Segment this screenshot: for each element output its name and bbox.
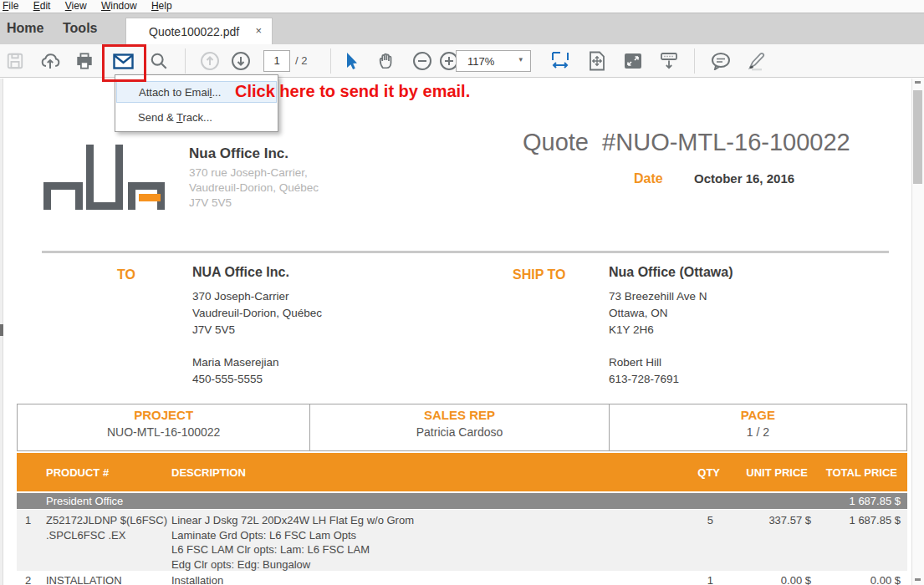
col-description: DESCRIPTION bbox=[171, 466, 246, 479]
menu-edit[interactable]: Edit bbox=[33, 0, 51, 12]
group-name: President Office bbox=[46, 495, 123, 507]
table-row: 2 INSTALLATION Installation 1 0.00 $ 0.0… bbox=[17, 571, 907, 585]
group-row: President Office 1 687.85 $ bbox=[17, 493, 907, 509]
fit-width-icon bbox=[550, 51, 570, 71]
hand-tool-button[interactable] bbox=[375, 50, 397, 72]
menu-window[interactable]: Window bbox=[101, 0, 137, 12]
hand-icon bbox=[377, 52, 396, 70]
tab-bar: Home Tools Quote100022.pdf × bbox=[0, 13, 924, 44]
row-unit-price: 337.57 $ bbox=[727, 513, 811, 528]
sales-rep-cell: SALES REP Patricia Cardoso bbox=[309, 404, 608, 450]
table-row: 1 Z52172JLDNP $(L6FSC) .SPCL6FSC .EX Lin… bbox=[17, 510, 907, 571]
section-divider bbox=[42, 251, 889, 253]
fullscreen-icon bbox=[624, 53, 642, 69]
project-cell: PROJECT NUO-MTL-16-100022 bbox=[18, 404, 309, 450]
date-value: October 16, 2016 bbox=[694, 171, 794, 186]
zoom-out-button[interactable] bbox=[411, 50, 433, 72]
chevron-down-icon: ▾ bbox=[518, 55, 523, 64]
toolbar-divider bbox=[185, 48, 186, 74]
ship-to-address: 73 Breezehill Ave N Ottawa, ON K1Y 2H6 bbox=[609, 288, 707, 338]
nua-logo-n bbox=[43, 182, 83, 210]
zoom-level-select[interactable]: 117% ▾ bbox=[456, 50, 531, 72]
toolbar-divider bbox=[694, 48, 695, 74]
search-button[interactable] bbox=[148, 50, 170, 72]
scroll-mode-button[interactable] bbox=[658, 50, 680, 72]
row-total-price: 1 687.85 $ bbox=[817, 513, 901, 528]
items-table-header: PRODUCT # DESCRIPTION QTY UNIT PRICE TOT… bbox=[17, 453, 907, 491]
menu-item-send-and-track[interactable]: Send & Track... bbox=[116, 107, 277, 129]
fit-page-icon bbox=[588, 51, 606, 71]
printer-icon bbox=[75, 52, 94, 70]
menu-view[interactable]: View bbox=[65, 0, 87, 12]
quote-info-table: PROJECT NUO-MTL-16-100022 SALES REP Patr… bbox=[17, 404, 907, 451]
group-total: 1 687.85 $ bbox=[800, 495, 901, 507]
project-label: PROJECT bbox=[18, 408, 309, 422]
upload-cloud-button[interactable] bbox=[39, 50, 61, 72]
print-button[interactable] bbox=[74, 50, 95, 72]
comment-button[interactable] bbox=[710, 50, 732, 72]
ship-to-name: Nua Office (Ottawa) bbox=[609, 265, 733, 280]
company-address: 370 rue Joseph-Carrier, Vaudreuil-Dorion… bbox=[189, 165, 319, 211]
page-cell: PAGE 1 / 2 bbox=[609, 404, 906, 450]
pdf-page: Nua Office Inc. 370 rue Joseph-Carrier, … bbox=[0, 79, 924, 585]
next-page-button[interactable] bbox=[230, 50, 252, 72]
arrow-up-circle-icon bbox=[200, 51, 220, 71]
pointer-icon bbox=[342, 52, 359, 70]
col-unit-price: UNIT PRICE bbox=[724, 466, 808, 479]
nav-pane-handle[interactable] bbox=[0, 324, 3, 336]
project-value: NUO-MTL-16-100022 bbox=[18, 425, 309, 439]
menu-help[interactable]: Help bbox=[151, 0, 172, 12]
menu-bar: File Edit View Window Help bbox=[0, 0, 924, 13]
close-tab-icon[interactable]: × bbox=[255, 24, 262, 37]
previous-page-button[interactable] bbox=[199, 50, 221, 72]
red-highlight-box bbox=[102, 44, 146, 82]
comment-bubble-icon bbox=[711, 52, 731, 70]
minus-circle-icon bbox=[412, 51, 432, 71]
col-qty: QTY bbox=[653, 466, 720, 479]
row-qty: 1 bbox=[646, 573, 713, 585]
col-total-price: TOTAL PRICE bbox=[814, 466, 897, 479]
row-qty: 5 bbox=[646, 513, 713, 528]
scroll-mode-icon bbox=[659, 51, 679, 71]
row-total-price: 0.00 $ bbox=[817, 573, 901, 585]
row-unit-price: 0.00 $ bbox=[727, 573, 811, 585]
tab-document[interactable]: Quote100022.pdf × bbox=[125, 18, 273, 45]
document-tab-title: Quote100022.pdf bbox=[149, 25, 239, 38]
highlight-button[interactable] bbox=[746, 50, 768, 72]
page-number-input[interactable]: 1 bbox=[263, 50, 290, 72]
cloud-upload-icon bbox=[40, 52, 60, 70]
row-description: Installation bbox=[171, 573, 606, 585]
annotation-text: Click here to send it by email. bbox=[235, 82, 470, 101]
to-address: 370 Joseph-Carrier Vaudreuil-Dorion, Qué… bbox=[192, 288, 322, 338]
sales-rep-label: SALES REP bbox=[310, 408, 608, 422]
to-contact: Maria Maserejian 450-555-5555 bbox=[192, 354, 279, 388]
fit-page-button[interactable] bbox=[586, 50, 608, 72]
scroll-down-icon[interactable] bbox=[915, 578, 921, 581]
save-button[interactable] bbox=[4, 50, 26, 72]
fit-width-button[interactable] bbox=[549, 50, 571, 72]
zoom-level-value: 117% bbox=[467, 55, 494, 68]
scroll-up-icon[interactable] bbox=[915, 81, 921, 84]
nua-logo-u bbox=[86, 145, 123, 210]
tab-tools[interactable]: Tools bbox=[63, 21, 97, 36]
row-description: Linear J Dskg 72L 20Dx24W LH Flat Eg w/o… bbox=[171, 513, 606, 572]
company-name: Nua Office Inc. bbox=[189, 145, 288, 162]
select-tool-button[interactable] bbox=[339, 50, 361, 72]
row-product: Z52172JLDNP $(L6FSC) .SPCL6FSC .EX bbox=[46, 513, 171, 542]
menu-file[interactable]: File bbox=[3, 0, 18, 12]
fullscreen-button[interactable] bbox=[622, 50, 644, 72]
page-value: 1 / 2 bbox=[610, 425, 906, 439]
tab-home[interactable]: Home bbox=[7, 21, 43, 36]
save-icon bbox=[6, 52, 24, 70]
quote-title: Quote #NUO-MTL-16-100022 bbox=[523, 129, 850, 156]
search-icon bbox=[150, 52, 168, 70]
arrow-down-circle-icon bbox=[231, 51, 251, 71]
scrollbar-thumb[interactable] bbox=[913, 90, 922, 184]
highlighter-pencil-icon bbox=[747, 51, 767, 71]
date-label: Date bbox=[634, 171, 663, 186]
acrobat-window: File Edit View Window Help Home Tools Qu… bbox=[0, 0, 924, 585]
page-total-label: / 2 bbox=[295, 54, 307, 67]
ship-to-contact: Robert Hill 613-728-7691 bbox=[609, 354, 679, 388]
nua-logo-dash bbox=[139, 194, 161, 201]
row-number: 2 bbox=[25, 573, 31, 585]
